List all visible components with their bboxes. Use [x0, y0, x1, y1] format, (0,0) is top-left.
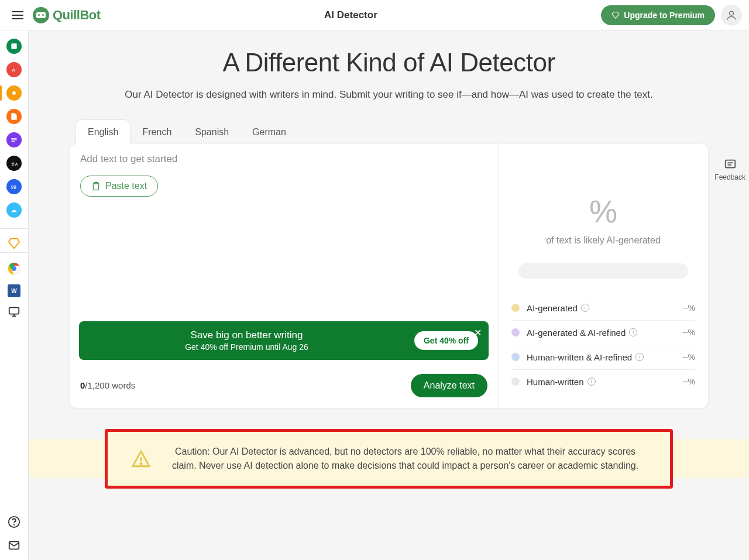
sidebar-word-addin[interactable]: W — [8, 284, 20, 297]
sidebar-flow[interactable] — [6, 202, 22, 218]
user-icon — [726, 9, 737, 21]
caution-box: Caution: Our AI Detector is advanced, bu… — [105, 429, 673, 489]
promo-cta-button[interactable]: Get 40% off — [414, 331, 478, 350]
logo-icon — [33, 7, 49, 23]
legend: AI-generatedi --% AI-generated & AI-refi… — [511, 296, 695, 394]
paste-text-button[interactable]: Paste text — [80, 176, 158, 197]
summarizer-icon — [10, 136, 18, 144]
legend-label: AI-generatedi — [527, 303, 682, 313]
legend-label: Human-writteni — [527, 377, 682, 387]
hamburger-icon — [12, 11, 23, 19]
flow-icon — [10, 206, 18, 214]
info-icon[interactable]: i — [581, 304, 589, 312]
paste-label: Paste text — [105, 181, 147, 191]
menu-button[interactable] — [7, 5, 28, 26]
main-title: A Different Kind of AI Detector — [70, 48, 708, 77]
sidebar-summarizer[interactable] — [6, 132, 22, 147]
legend-label: Human-written & AI-refinedi — [527, 352, 682, 362]
logo-text: QuillBot — [53, 8, 101, 23]
promo-banner: ✕ Save big on better writing Get 40% off… — [79, 321, 489, 360]
word-icon: W — [11, 288, 16, 294]
translator-icon: 文A — [10, 159, 18, 167]
promo-title: Save big on better writing — [90, 329, 404, 341]
tab-french[interactable]: French — [130, 120, 183, 145]
caution-section: Caution: Our AI Detector is advanced, bu… — [70, 429, 708, 489]
info-icon[interactable]: i — [587, 377, 596, 386]
tab-spanish[interactable]: Spanish — [183, 120, 240, 145]
sidebar-premium-diamond[interactable] — [8, 237, 20, 250]
mail-icon — [8, 539, 20, 552]
legend-human-written: Human-writteni --% — [511, 370, 695, 394]
monitor-icon — [8, 305, 20, 318]
diamond-outline-icon — [8, 237, 20, 250]
main-subtitle: Our AI Detector is designed with writers… — [70, 88, 708, 102]
sidebar-contact[interactable] — [8, 539, 20, 552]
sidebar-desktop-app[interactable] — [8, 305, 20, 318]
tab-german[interactable]: German — [240, 120, 298, 145]
sidebar-grammar[interactable]: A — [6, 62, 22, 77]
main-content: A Different Kind of AI Detector Our AI D… — [29, 30, 749, 489]
sidebar-help[interactable] — [8, 516, 20, 528]
sidebar-translator[interactable]: 文A — [6, 156, 22, 171]
promo-subtitle: Get 40% off Premium until Aug 26 — [90, 342, 404, 352]
header: QuillBot AI Detector Upgrade to Premium — [0, 0, 749, 30]
promo-text: Save big on better writing Get 40% off P… — [90, 329, 404, 352]
result-percent-label: of text is likely AI-generated — [511, 235, 695, 246]
legend-ai-refined: AI-generated & AI-refinedi --% — [511, 321, 695, 345]
legend-value: --% — [682, 377, 695, 386]
sidebar-plagiarism[interactable] — [6, 109, 22, 124]
results-panel: % of text is likely AI-generated AI-gene… — [499, 144, 708, 408]
svg-rect-1 — [11, 43, 16, 49]
sidebar-citation[interactable]: 99 — [6, 179, 22, 194]
legend-dot-icon — [511, 353, 520, 361]
legend-dot-icon — [511, 328, 520, 336]
language-tabs: English French Spanish German — [70, 120, 708, 145]
citation-icon: 99 — [10, 183, 18, 191]
svg-point-0 — [730, 11, 734, 15]
analyze-button[interactable]: Analyze text — [411, 374, 487, 397]
svg-point-23 — [140, 463, 142, 464]
plagiarism-icon — [10, 112, 18, 121]
svg-rect-11 — [9, 308, 19, 314]
clipboard-icon — [91, 181, 101, 191]
text-input-area[interactable]: Add text to get started Paste text — [70, 144, 498, 313]
info-icon[interactable]: i — [635, 353, 644, 361]
help-icon — [8, 516, 20, 528]
info-icon[interactable]: i — [629, 328, 637, 336]
feedback-label: Feedback — [714, 173, 745, 181]
feedback-icon — [724, 158, 737, 171]
detector-card: Add text to get started Paste text ✕ Sav… — [70, 144, 708, 408]
sidebar-divider-2 — [0, 252, 28, 253]
svg-text:文A: 文A — [11, 162, 18, 166]
legend-human-ai-refined: Human-written & AI-refinedi --% — [511, 345, 695, 370]
diamond-icon — [611, 11, 620, 19]
sidebar-paraphraser[interactable] — [6, 39, 22, 54]
sidebar-chrome-ext[interactable] — [6, 261, 22, 276]
caution-text: Caution: Our AI Detector is advanced, bu… — [164, 445, 647, 473]
sidebar-divider — [0, 228, 28, 229]
svg-point-15 — [14, 524, 15, 525]
chrome-icon — [7, 262, 21, 276]
legend-dot-icon — [511, 304, 520, 312]
editor-placeholder: Add text to get started — [80, 153, 487, 165]
legend-value: --% — [682, 303, 695, 312]
upgrade-premium-button[interactable]: Upgrade to Premium — [601, 5, 715, 25]
ai-detector-icon — [10, 89, 18, 97]
left-sidebar: A 文A 99 W — [0, 30, 29, 560]
page-title: AI Detector — [101, 9, 602, 21]
result-percent: % — [511, 193, 695, 229]
result-bar — [518, 263, 688, 279]
warning-icon — [131, 449, 151, 469]
profile-button[interactable] — [721, 5, 742, 26]
legend-value: --% — [682, 328, 695, 337]
grammar-icon: A — [10, 66, 18, 74]
editor-footer: 0/1,200 words Analyze text — [70, 366, 498, 408]
promo-close-button[interactable]: ✕ — [474, 327, 482, 338]
svg-text:99: 99 — [11, 185, 17, 190]
feedback-button[interactable]: Feedback — [714, 158, 745, 181]
logo[interactable]: QuillBot — [33, 7, 101, 23]
word-count: 0/1,200 words — [80, 380, 135, 390]
tab-english[interactable]: English — [75, 119, 130, 144]
svg-text:A: A — [12, 67, 16, 73]
sidebar-ai-detector[interactable] — [6, 85, 22, 101]
